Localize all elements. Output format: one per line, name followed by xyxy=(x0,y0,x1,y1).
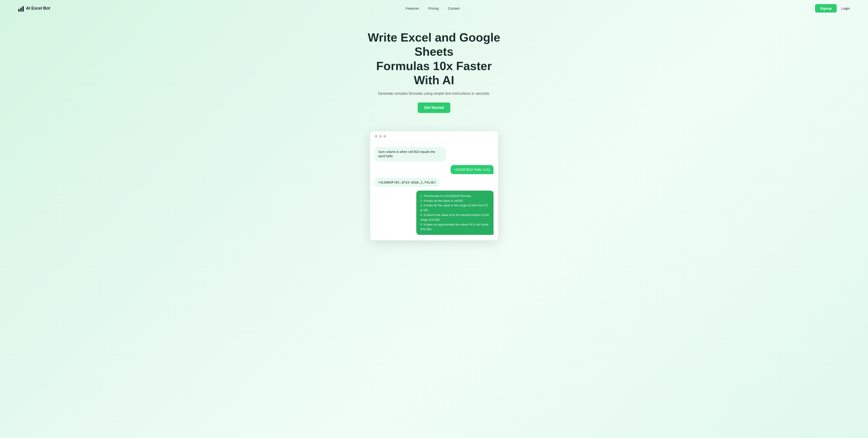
message-bot-formula-1: =SUMIF(B10,"hello",A:A) xyxy=(451,165,494,174)
titlebar-dot-1 xyxy=(375,135,377,138)
chat-messages: Sum column A when cell B10 equals the wo… xyxy=(370,141,498,241)
hero-subtitle: Generate complex formulas using simple t… xyxy=(5,92,863,96)
nav-contact[interactable]: Contact xyxy=(448,6,460,10)
hero-title: Write Excel and Google Sheets Formulas 1… xyxy=(366,30,503,88)
signup-button[interactable]: Signup xyxy=(815,4,837,12)
navbar: AI Excel Bot Features Pricing Contact Si… xyxy=(0,0,868,16)
nav-actions: Signup Login xyxy=(815,4,850,12)
nav-pricing[interactable]: Pricing xyxy=(428,6,439,10)
chat-titlebar xyxy=(370,131,498,141)
message-bot-explanation: 1. The formula is a VLOOKUP formula. 2. … xyxy=(416,191,494,235)
message-user-formula: =VLOOKUP(B3,$F$3:$G$8,2,FALSE) xyxy=(375,178,440,187)
get-started-button[interactable]: Get Started xyxy=(418,102,450,113)
logo-text: AI Excel Bot xyxy=(26,6,50,11)
login-button[interactable]: Login xyxy=(841,6,850,10)
logo-link[interactable]: AI Excel Bot xyxy=(18,5,50,12)
message-user-1: Sum column A when cell B10 equals the wo… xyxy=(375,147,446,161)
chat-window: Sum column A when cell B10 equals the wo… xyxy=(370,131,498,241)
titlebar-dot-2 xyxy=(379,135,382,138)
logo-icon xyxy=(18,5,24,12)
nav-links: Features Pricing Contact xyxy=(406,6,460,10)
hero-section: Write Excel and Google Sheets Formulas 1… xyxy=(0,16,868,122)
titlebar-dot-3 xyxy=(383,135,386,138)
nav-features[interactable]: Features xyxy=(406,6,419,10)
